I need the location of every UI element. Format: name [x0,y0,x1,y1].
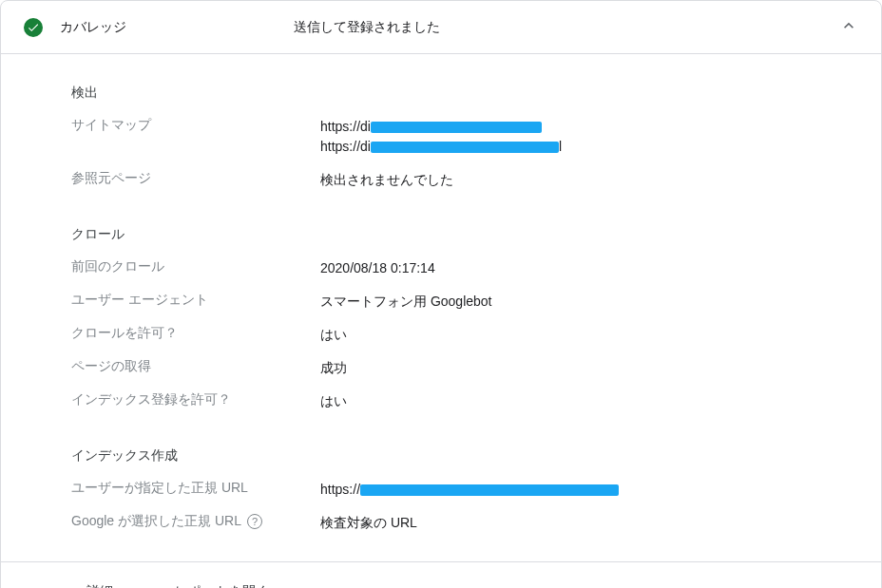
section-title-crawl: クロール [71,226,881,243]
section-crawl: クロール 前回のクロール 2020/08/18 0:17:14 ユーザー エージ… [71,203,881,411]
row-indexing-allowed: インデックス登録を許可？ はい [71,391,881,411]
checkmark-icon [24,18,43,37]
header-status: 送信して登録されました [294,19,839,36]
open-report-button[interactable]: レポートを開く [160,576,285,588]
label-google-canonical: Google が選択した正規 URL ? [71,513,320,530]
section-title-discovery: 検出 [71,85,881,102]
sitemap2-suffix: l [559,139,562,154]
row-last-crawl: 前回のクロール 2020/08/18 0:17:14 [71,258,881,278]
label-google-canonical-text: Google が選択した正規 URL [71,513,241,530]
redacted-sitemap1 [371,122,542,133]
card-header[interactable]: カバレッジ 送信して登録されました [1,1,881,54]
row-referring: 参照元ページ 検出されませんでした [71,170,881,190]
value-crawl-allowed: はい [320,325,347,345]
value-indexing-allowed: はい [320,391,347,411]
card-footer: 詳細 レポートを開く [1,561,881,588]
sitemap2-prefix: https://di [320,139,371,154]
label-crawl-allowed: クロールを許可？ [71,325,320,342]
section-indexing: インデックス作成 ユーザーが指定した正規 URL https:// Google… [71,425,881,533]
label-referring: 参照元ページ [71,170,320,187]
sitemap1-prefix: https://di [320,119,371,134]
redacted-user-canonical [360,484,619,496]
label-user-agent: ユーザー エージェント [71,292,320,309]
value-last-crawl: 2020/08/18 0:17:14 [320,258,435,278]
value-referring: 検出されませんでした [320,170,453,190]
row-google-canonical: Google が選択した正規 URL ? 検査対象の URL [71,513,881,533]
row-page-fetch: ページの取得 成功 [71,358,881,378]
value-user-agent: スマートフォン用 Googlebot [320,292,492,312]
value-page-fetch: 成功 [320,358,347,378]
coverage-card: カバレッジ 送信して登録されました 検出 サイトマップ https://di h… [0,0,882,588]
value-user-canonical: https:// [320,480,619,500]
chevron-up-icon [839,16,858,38]
value-google-canonical: 検査対象の URL [320,513,417,533]
row-sitemaps: サイトマップ https://di https://dil [71,117,881,157]
label-user-canonical: ユーザーが指定した正規 URL [71,480,320,497]
row-crawl-allowed: クロールを許可？ はい [71,325,881,345]
row-user-agent: ユーザー エージェント スマートフォン用 Googlebot [71,292,881,312]
label-last-crawl: 前回のクロール [71,258,320,275]
section-discovery: 検出 サイトマップ https://di https://dil 参照元ページ … [71,62,881,190]
label-indexing-allowed: インデックス登録を許可？ [71,391,320,408]
value-sitemaps: https://di https://dil [320,117,562,157]
section-title-indexing: インデックス作成 [71,447,881,465]
header-title: カバレッジ [60,19,294,36]
help-icon[interactable]: ? [247,514,262,529]
row-user-canonical: ユーザーが指定した正規 URL https:// [71,480,881,500]
user-canonical-prefix: https:// [320,482,360,497]
label-page-fetch: ページの取得 [71,358,320,375]
redacted-sitemap2 [371,142,559,153]
details-button[interactable]: 詳細 [71,576,129,588]
card-body: 検出 サイトマップ https://di https://dil 参照元ページ … [1,54,881,561]
label-sitemaps: サイトマップ [71,117,320,134]
